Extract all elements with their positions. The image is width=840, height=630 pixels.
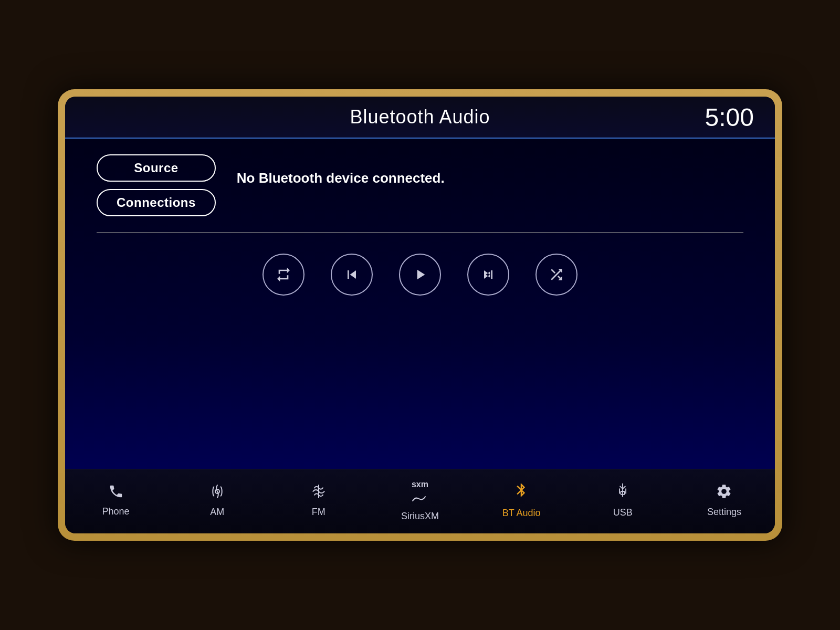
- clock: 5:00: [705, 103, 754, 132]
- am-icon: [209, 483, 226, 502]
- next-button[interactable]: [467, 254, 509, 296]
- header: Bluetooth Audio 5:00: [65, 97, 775, 139]
- top-section: Source Connections No Bluetooth device c…: [97, 154, 743, 216]
- usb-icon: [615, 482, 631, 503]
- main-content: Source Connections No Bluetooth device c…: [65, 139, 775, 469]
- connections-button[interactable]: Connections: [97, 189, 216, 216]
- shuffle-button[interactable]: [536, 254, 578, 296]
- nav-item-settings[interactable]: Settings: [695, 483, 753, 518]
- shuffle-icon: [548, 266, 565, 283]
- settings-icon: [716, 483, 732, 502]
- divider: [97, 232, 743, 233]
- previous-button[interactable]: [331, 254, 373, 296]
- nav-item-am[interactable]: AM: [188, 483, 246, 518]
- bluetooth-icon: [513, 482, 529, 503]
- play-button[interactable]: [399, 254, 441, 296]
- fm-label: FM: [312, 507, 326, 518]
- repeat-icon: [275, 266, 292, 283]
- am-label: AM: [210, 507, 224, 518]
- siriusxm-icon: sxm: [412, 479, 428, 507]
- nav-item-siriusxm[interactable]: sxm SiriusXM: [391, 479, 449, 522]
- next-icon: [480, 266, 497, 283]
- playback-controls: [97, 248, 743, 301]
- status-message: No Bluetooth device connected.: [237, 154, 743, 186]
- source-button[interactable]: Source: [97, 154, 216, 182]
- play-icon: [412, 266, 428, 283]
- phone-icon: [108, 484, 124, 502]
- nav-item-phone[interactable]: Phone: [87, 484, 145, 517]
- nav-bar: Phone AM: [65, 469, 775, 533]
- repeat-button[interactable]: [262, 254, 304, 296]
- siriusxm-label: SiriusXM: [401, 511, 439, 522]
- screen-title: Bluetooth Audio: [350, 106, 490, 128]
- left-buttons: Source Connections: [97, 154, 216, 216]
- nav-item-fm[interactable]: FM: [290, 483, 348, 518]
- screen: Bluetooth Audio 5:00 Source Connections …: [65, 97, 775, 533]
- phone-label: Phone: [102, 506, 130, 517]
- fm-icon: [310, 483, 327, 502]
- usb-label: USB: [613, 507, 633, 518]
- bt-audio-label: BT Audio: [502, 508, 541, 519]
- nav-item-bt-audio[interactable]: BT Audio: [492, 482, 550, 519]
- bezel: Bluetooth Audio 5:00 Source Connections …: [58, 89, 782, 541]
- settings-label: Settings: [707, 507, 741, 518]
- previous-icon: [343, 266, 360, 283]
- nav-item-usb[interactable]: USB: [594, 482, 652, 518]
